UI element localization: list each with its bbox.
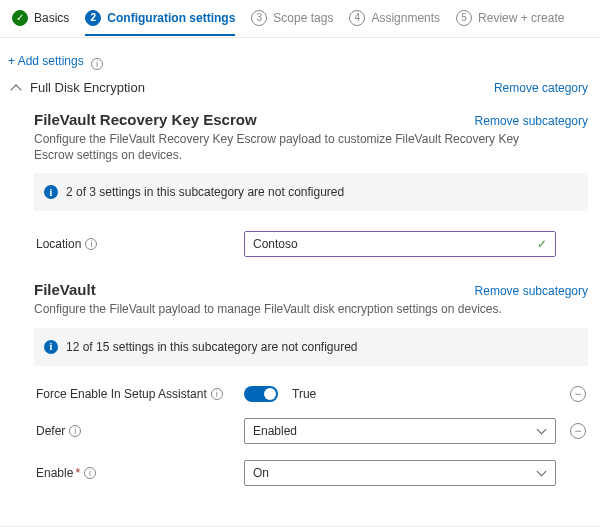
wizard-steps: ✓ Basics 2 Configuration settings 3 Scop… [0, 0, 600, 37]
row-force-enable: Force Enable In Setup Assistant i True − [34, 378, 588, 410]
step-review-create[interactable]: 5 Review + create [456, 10, 564, 36]
enable-select[interactable]: On [244, 460, 556, 486]
notice-text: 12 of 15 settings in this subcategory ar… [66, 340, 358, 354]
subcat-description: Configure the FileVault Recovery Key Esc… [34, 132, 539, 163]
step-label: Assignments [371, 11, 440, 25]
info-icon[interactable]: i [85, 238, 97, 250]
chevron-down-icon [537, 426, 547, 436]
info-icon: i [44, 185, 58, 199]
step-scope-tags[interactable]: 3 Scope tags [251, 10, 333, 36]
category-title: Full Disk Encryption [30, 80, 145, 95]
category-header: Full Disk Encryption Remove category [0, 74, 600, 97]
subcat-title: FileVault [34, 281, 96, 298]
subcat-title: FileVault Recovery Key Escrow [34, 111, 257, 128]
location-input[interactable]: Contoso ✓ [244, 231, 556, 257]
subcat-filevault: FileVault Remove subcategory Configure t… [0, 267, 600, 496]
info-icon[interactable]: i [84, 467, 96, 479]
defer-value: Enabled [253, 424, 297, 438]
escrow-notice: i 2 of 3 settings in this subcategory ar… [34, 173, 588, 211]
enable-value: On [253, 466, 269, 480]
remove-category-link[interactable]: Remove category [494, 81, 588, 95]
step-label: Basics [34, 11, 69, 25]
chevron-up-icon[interactable] [10, 82, 22, 94]
step-basics[interactable]: ✓ Basics [12, 10, 69, 36]
row-enable: Enable* i On [34, 452, 588, 494]
step-number-icon: 5 [456, 10, 472, 26]
notice-text: 2 of 3 settings in this subcategory are … [66, 185, 344, 199]
info-icon[interactable]: i [69, 425, 81, 437]
check-icon: ✓ [12, 10, 28, 26]
step-label: Review + create [478, 11, 564, 25]
remove-icon[interactable]: − [570, 386, 586, 402]
remove-subcategory-link[interactable]: Remove subcategory [475, 114, 588, 128]
chevron-down-icon [537, 468, 547, 478]
required-mark: * [75, 466, 80, 480]
step-config-settings[interactable]: 2 Configuration settings [85, 10, 235, 36]
info-icon[interactable]: i [211, 388, 223, 400]
step-assignments[interactable]: 4 Assignments [349, 10, 440, 36]
step-label: Scope tags [273, 11, 333, 25]
divider [0, 37, 600, 38]
filevault-notice: i 12 of 15 settings in this subcategory … [34, 328, 588, 366]
subcat-description: Configure the FileVault payload to manag… [34, 302, 539, 318]
checkmark-icon: ✓ [537, 237, 547, 251]
defer-select[interactable]: Enabled [244, 418, 556, 444]
step-number-icon: 2 [85, 10, 101, 26]
location-value: Contoso [253, 237, 298, 251]
subcat-escrow: FileVault Recovery Key Escrow Remove sub… [0, 97, 600, 267]
toolbar: + Add settings i [0, 46, 600, 74]
info-icon: i [44, 340, 58, 354]
defer-label: Defer i [36, 424, 236, 438]
row-location: Location i Contoso ✓ [34, 223, 588, 265]
step-label: Configuration settings [107, 11, 235, 25]
enable-label: Enable* i [36, 466, 236, 480]
step-number-icon: 3 [251, 10, 267, 26]
remove-subcategory-link[interactable]: Remove subcategory [475, 284, 588, 298]
force-enable-toggle[interactable] [244, 386, 278, 402]
add-settings-link[interactable]: + Add settings [8, 54, 84, 68]
row-defer: Defer i Enabled − [34, 410, 588, 452]
step-number-icon: 4 [349, 10, 365, 26]
force-enable-value: True [292, 387, 316, 401]
remove-icon[interactable]: − [570, 423, 586, 439]
info-icon[interactable]: i [91, 58, 103, 70]
force-enable-label: Force Enable In Setup Assistant i [36, 387, 236, 401]
location-label: Location i [36, 237, 236, 251]
